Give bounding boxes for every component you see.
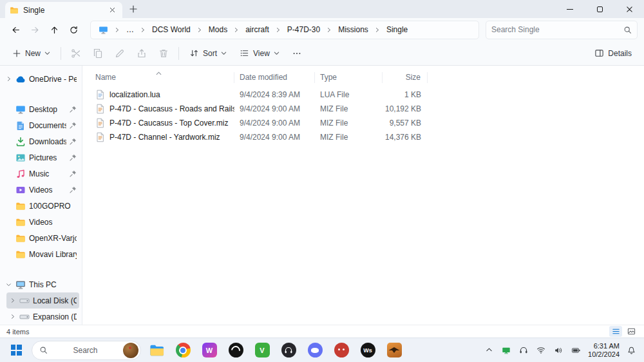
miz-file-icon	[95, 118, 105, 128]
forward-button[interactable]	[26, 21, 44, 39]
up-button[interactable]	[45, 21, 63, 39]
battery-icon[interactable]	[570, 342, 582, 359]
folder-icon	[15, 201, 26, 211]
file-size: 10,192 KB	[383, 104, 428, 113]
sidebar-item-100gopro[interactable]: 100GOPRO	[3, 198, 79, 214]
breadcrumb-item-mods[interactable]: Mods	[205, 23, 231, 37]
taskbar-app-filmora[interactable]: W	[200, 341, 219, 360]
breadcrumb-item-single[interactable]: Single	[383, 23, 412, 37]
green-v-app-icon: V	[255, 343, 270, 357]
taskbar-app-green-v[interactable]: V	[252, 341, 272, 360]
column-header-date-modified[interactable]: Date modified	[234, 72, 315, 83]
maximize-button[interactable]	[585, 0, 614, 18]
view-icon	[240, 48, 249, 58]
folder-icon	[15, 233, 26, 243]
search-box[interactable]	[486, 21, 638, 39]
column-header-type[interactable]: Type	[315, 72, 383, 83]
sidebar-item-music[interactable]: Music	[3, 166, 79, 182]
folder-icon	[15, 217, 26, 227]
taskbar-app-discord[interactable]	[305, 341, 325, 360]
wifi-icon[interactable]	[535, 342, 547, 359]
taskbar-app-chrome[interactable]	[173, 341, 193, 360]
breadcrumb[interactable]: … DCS World Mods aircraft P-47D-30 Missi…	[90, 21, 479, 39]
copy-button[interactable]	[88, 44, 108, 63]
sidebar-item-local-disk-c[interactable]: Local Disk (C:)	[6, 292, 79, 309]
toolbar-divider	[178, 47, 179, 60]
sidebar-item-documents[interactable]: Documents	[3, 117, 79, 133]
details-view-toggle[interactable]	[609, 326, 622, 337]
file-row[interactable]: P-47D - Channel - Yardwork.miz 9/4/2024 …	[94, 130, 644, 144]
column-header-size[interactable]: Size	[383, 72, 428, 83]
breadcrumb-separator-icon	[232, 27, 241, 33]
sidebar-item-downloads[interactable]: Downloads	[3, 133, 79, 149]
sort-button[interactable]: Sort	[184, 44, 232, 63]
sidebar-spacer	[0, 87, 82, 101]
rename-button[interactable]	[109, 44, 130, 63]
sidebar-item-videos-folder[interactable]: Videos	[3, 214, 79, 230]
videos-icon	[15, 185, 26, 195]
sidebar-item-desktop[interactable]: Desktop	[3, 101, 79, 117]
new-button[interactable]: New	[6, 44, 56, 63]
explorer-tab[interactable]: Single	[5, 2, 122, 18]
file-row[interactable]: localization.lua 9/4/2024 8:39 AM LUA Fi…	[94, 88, 644, 102]
sidebar-item-label: This PC	[29, 280, 77, 289]
taskbar-app-recorder[interactable]	[332, 341, 351, 360]
tray-headset-icon[interactable]	[518, 342, 529, 359]
volume-icon[interactable]	[553, 342, 564, 359]
share-button[interactable]	[131, 44, 152, 63]
taskbar-search[interactable]: Search	[32, 341, 141, 360]
taskbar-app-wondershare[interactable]: Ws	[358, 341, 377, 360]
tray-chevron-up-icon[interactable]	[484, 342, 495, 359]
sidebar-item-pictures[interactable]: Pictures	[3, 149, 79, 166]
new-tab-button[interactable]	[125, 1, 142, 17]
sidebar-item-label: OneDrive - Perso	[29, 75, 77, 84]
new-button-label: New	[25, 49, 41, 58]
sidebar-item-this-pc[interactable]: This PC	[3, 276, 79, 292]
refresh-button[interactable]	[64, 21, 82, 39]
delete-button[interactable]	[153, 44, 174, 63]
sidebar-item-onedrive[interactable]: OneDrive - Perso	[3, 71, 79, 87]
sidebar-item-expansion-d[interactable]: Expansion (D:)	[6, 309, 79, 325]
minimize-button[interactable]	[555, 0, 585, 18]
taskbar-app-lens[interactable]	[226, 341, 245, 360]
close-button[interactable]	[614, 0, 644, 18]
tray-display-icon[interactable]	[500, 342, 512, 359]
sidebar-item-openxr-varjo[interactable]: OpenXR-Varjo-F	[3, 230, 79, 246]
documents-icon	[15, 120, 26, 131]
breadcrumb-item-dcs-world[interactable]: DCS World	[148, 23, 194, 37]
view-button[interactable]: View	[234, 44, 285, 63]
file-date: 9/4/2024 9:00 AM	[234, 104, 315, 113]
details-pane-button[interactable]: Details	[589, 44, 638, 63]
search-input[interactable]	[491, 25, 620, 34]
thumbnails-view-toggle[interactable]	[625, 326, 638, 337]
more-options-button[interactable]	[287, 44, 307, 63]
file-row[interactable]: P-47D - Caucasus - Top Cover.miz 9/4/202…	[94, 116, 644, 130]
sidebar-item-label: Downloads	[29, 137, 66, 146]
notification-bell-icon[interactable]	[625, 342, 638, 359]
file-size: 1 KB	[383, 90, 428, 99]
column-header-name[interactable]: Name	[94, 72, 234, 83]
start-button[interactable]	[6, 341, 26, 360]
breadcrumb-item-missions[interactable]: Missions	[334, 23, 372, 37]
lua-file-icon	[95, 90, 105, 100]
taskbar-clock[interactable]: 6:31 AM 10/2/2024	[588, 342, 620, 359]
file-explorer-window: Single	[0, 0, 644, 362]
file-date: 9/4/2024 9:00 AM	[234, 119, 315, 128]
file-row[interactable]: P-47D - Caucasus - Roads and Rails.miz 9…	[94, 102, 644, 116]
breadcrumb-item-aircraft[interactable]: aircraft	[242, 23, 273, 37]
taskbar-app-file-explorer[interactable]	[147, 341, 166, 360]
cut-button[interactable]	[66, 44, 86, 63]
red-app-icon	[334, 343, 349, 357]
sidebar-item-label: Documents	[29, 121, 66, 130]
breadcrumb-root[interactable]	[95, 23, 112, 37]
breadcrumb-item-p47d30[interactable]: P-47D-30	[283, 23, 324, 37]
breadcrumb-overflow[interactable]: …	[122, 23, 138, 37]
sidebar-item-movavi-library[interactable]: Movavi Library	[3, 246, 79, 262]
chevron-down-icon	[5, 282, 12, 287]
sidebar-item-videos[interactable]: Videos	[3, 182, 79, 198]
tab-close-icon[interactable]	[106, 5, 118, 16]
back-button[interactable]	[6, 21, 24, 39]
taskbar-app-headphones[interactable]	[279, 341, 298, 360]
sidebar-item-label: Expansion (D:)	[33, 312, 77, 321]
taskbar-app-dcs[interactable]	[384, 341, 404, 360]
